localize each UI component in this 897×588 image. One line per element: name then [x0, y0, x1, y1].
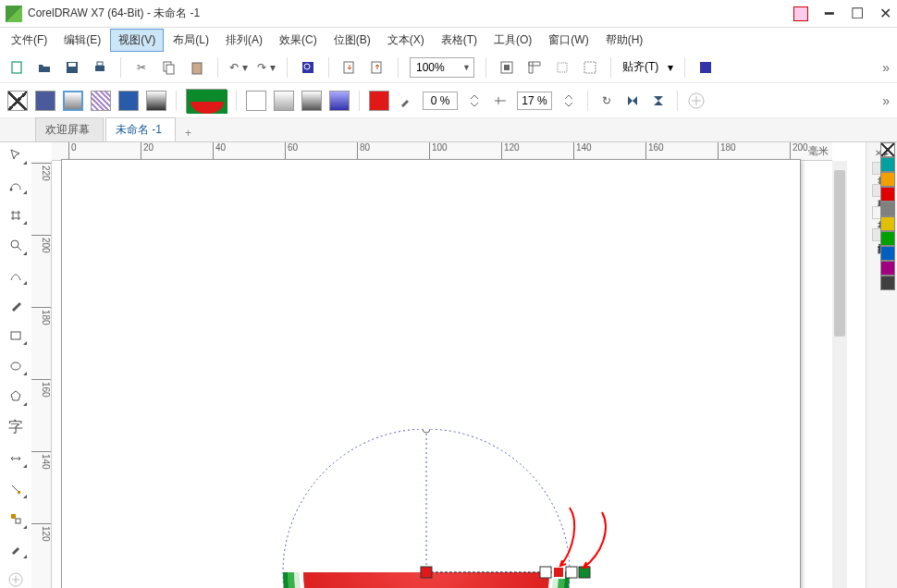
snap-label[interactable]: 贴齐(T)	[622, 59, 658, 75]
palette-swatch[interactable]	[880, 246, 895, 261]
canvas[interactable]	[52, 161, 832, 588]
options-icon[interactable]	[696, 58, 715, 77]
search-icon[interactable]	[299, 58, 317, 77]
rectangle-tool-icon[interactable]	[6, 327, 26, 345]
zoom-select[interactable]: ▼	[410, 57, 474, 78]
svg-rect-15	[584, 62, 596, 73]
mirror-h-icon[interactable]	[623, 92, 642, 110]
palette-swatch[interactable]	[880, 202, 895, 216]
user-icon[interactable]	[793, 6, 808, 21]
palette-swatch[interactable]	[880, 276, 895, 290]
tab-welcome[interactable]: 欢迎屏幕	[35, 117, 104, 141]
mirror-v-icon[interactable]	[649, 92, 668, 110]
open-icon[interactable]	[35, 58, 54, 77]
node-color-1[interactable]	[246, 91, 266, 111]
ruler-vertical[interactable]: 220 200 180 160 140 120	[31, 161, 52, 588]
save-icon[interactable]	[63, 58, 81, 77]
new-icon[interactable]	[7, 58, 26, 77]
ruler-tick: 140	[31, 451, 51, 470]
copy-icon[interactable]	[160, 58, 178, 77]
eyedropper-icon[interactable]	[397, 92, 415, 110]
menu-bitmap[interactable]: 位图(B)	[326, 30, 378, 51]
no-fill-icon[interactable]	[7, 91, 28, 111]
menu-effects[interactable]: 效果(C)	[272, 30, 325, 51]
swatch-pattern[interactable]	[91, 91, 111, 111]
fullscreen-icon[interactable]	[498, 58, 516, 77]
toolbar-overflow-icon[interactable]: »	[882, 60, 890, 75]
import-icon[interactable]	[340, 58, 359, 77]
add-icon[interactable]	[687, 92, 706, 110]
grid-icon[interactable]	[553, 58, 571, 77]
palette-swatch[interactable]	[880, 231, 895, 246]
close-button[interactable]: ✕	[879, 7, 891, 20]
palette-swatch[interactable]	[880, 157, 895, 172]
toolbox-add-icon[interactable]	[6, 570, 26, 588]
menu-layout[interactable]: 布局(L)	[166, 30, 216, 51]
palette-swatch[interactable]	[880, 187, 895, 202]
redo-icon[interactable]: ↷ ▾	[257, 58, 276, 77]
stepper-icon[interactable]	[465, 92, 484, 110]
transparency-input-1[interactable]	[423, 92, 458, 110]
ruler-tick: 120	[31, 523, 51, 542]
palette-swatch[interactable]	[880, 216, 895, 231]
pick-tool-icon[interactable]	[6, 146, 26, 164]
tab-document[interactable]: 未命名 -1	[105, 117, 176, 141]
polygon-tool-icon[interactable]	[6, 387, 26, 405]
ruler-horizontal[interactable]: 0 20 40 60 80 100 120 140 160 180 200	[52, 142, 832, 161]
minimize-button[interactable]: ━	[823, 7, 836, 20]
artwork-watermelon[interactable]	[246, 429, 634, 588]
text-tool-icon[interactable]: 字	[6, 418, 26, 437]
maximize-button[interactable]: ☐	[851, 7, 864, 20]
palette-swatch[interactable]	[880, 172, 895, 187]
cut-icon[interactable]: ✂	[132, 58, 151, 77]
palette-swatch[interactable]	[880, 142, 895, 157]
menu-help[interactable]: 帮助(H)	[598, 30, 651, 51]
swatch-gradient[interactable]	[63, 91, 83, 111]
print-icon[interactable]	[91, 58, 109, 77]
node-color-3[interactable]	[301, 91, 322, 111]
rotate-icon[interactable]: ↻	[597, 92, 616, 110]
fill-color-swatch[interactable]	[369, 91, 389, 111]
rulers-icon[interactable]	[525, 58, 544, 77]
freehand-tool-icon[interactable]	[6, 267, 26, 285]
swatch-blue[interactable]	[35, 91, 55, 111]
app-icon	[6, 6, 22, 22]
palette-swatch[interactable]	[880, 261, 895, 276]
export-icon[interactable]	[368, 58, 387, 77]
dimension-tool-icon[interactable]	[6, 450, 26, 468]
slider-icon[interactable]	[491, 92, 510, 110]
undo-icon[interactable]: ↶ ▾	[229, 58, 248, 77]
node-color-4[interactable]	[329, 91, 350, 111]
crop-tool-icon[interactable]	[6, 206, 26, 224]
interactive-tool-icon[interactable]	[6, 510, 26, 528]
artistic-media-icon[interactable]	[6, 297, 26, 314]
scrollbar-vertical[interactable]	[832, 161, 847, 588]
menu-edit[interactable]: 编辑(E)	[56, 30, 108, 51]
ruler-tick: 40	[213, 142, 226, 160]
stepper-icon-2[interactable]	[559, 92, 578, 110]
paste-icon[interactable]	[188, 58, 206, 77]
tab-add-button[interactable]: +	[178, 125, 199, 141]
shape-tool-icon[interactable]	[6, 177, 26, 194]
connector-tool-icon[interactable]	[6, 480, 26, 497]
node-color-2[interactable]	[274, 91, 294, 111]
scroll-thumb[interactable]	[834, 170, 845, 337]
propbar-overflow-icon[interactable]: »	[882, 93, 890, 108]
swatch-texture[interactable]	[118, 91, 139, 111]
eyedropper-tool-icon[interactable]	[6, 541, 26, 558]
menu-table[interactable]: 表格(T)	[434, 30, 485, 51]
guides-icon[interactable]	[581, 58, 599, 77]
transparency-input-2[interactable]	[517, 92, 552, 110]
svg-rect-2	[68, 63, 76, 67]
menu-tools[interactable]: 工具(O)	[486, 30, 539, 51]
zoom-tool-icon[interactable]	[6, 237, 26, 254]
menu-window[interactable]: 窗口(W)	[541, 30, 596, 51]
menu-text[interactable]: 文本(X)	[380, 30, 432, 51]
menu-view[interactable]: 视图(V)	[110, 29, 164, 52]
menu-arrange[interactable]: 排列(A)	[218, 30, 270, 51]
menu-file[interactable]: 文件(F)	[4, 30, 55, 51]
swatch-postscript[interactable]	[146, 91, 166, 111]
ruler-tick: 80	[357, 142, 370, 160]
current-fill-preview[interactable]	[186, 89, 227, 113]
ellipse-tool-icon[interactable]	[6, 357, 26, 374]
